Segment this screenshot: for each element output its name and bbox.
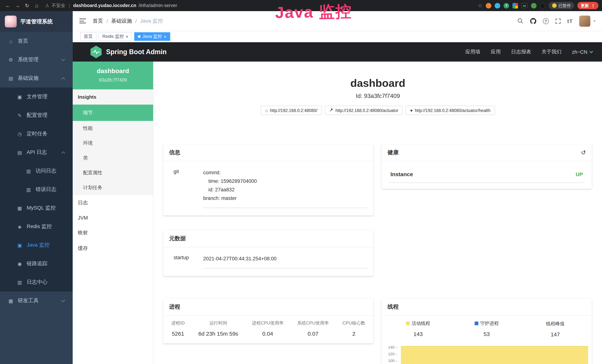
card-title: 线程 [387, 303, 399, 310]
paused-extension-badge[interactable]: 已暂停 [549, 2, 574, 9]
breadcrumb-infrastructure[interactable]: 基础设施 [111, 18, 132, 24]
github-icon[interactable] [530, 18, 537, 24]
access-log-icon: ▥ [25, 168, 32, 174]
sidebar-item-access-logs[interactable]: ▥ 访问日志 [0, 162, 73, 180]
sba-item-config-properties[interactable]: 配置属性 [73, 165, 153, 180]
history-icon[interactable]: ↺ [581, 149, 586, 156]
sidebar-item-label: 访问日志 [36, 168, 56, 174]
sidebar-item-label: Java 监控 [27, 242, 50, 248]
metric-label: CPU核心数 [343, 320, 365, 326]
sba-item-logs[interactable]: 日志 [73, 195, 153, 211]
sidebar-item-api-logs[interactable]: ▤ API 日志 [0, 143, 73, 162]
wrench-icon [329, 108, 333, 113]
update-button[interactable]: 更新 ⋮ [577, 2, 599, 9]
instance-label: Instance [390, 171, 413, 177]
blue-extension-icon[interactable] [495, 3, 500, 8]
close-icon[interactable]: × [164, 34, 166, 39]
on-badge-extension-icon[interactable]: on [521, 3, 528, 8]
info-value: commit: time: 1596289704000 id: 27aa832 … [203, 169, 367, 208]
sba-language-value: zh~CN [572, 49, 587, 55]
url-path: /infra/admin-server [139, 3, 177, 8]
refresh-icon[interactable]: ↻ [22, 1, 32, 11]
metric-value: 0.04 [252, 331, 284, 337]
sidebar-item-mysql-monitor[interactable]: ▦ MySQL 监控 [0, 199, 73, 217]
git-commit-line: commit: [203, 169, 367, 177]
process-metric-process-cpu: 进程CPU使用率 0.04 [252, 320, 284, 337]
fullscreen-icon[interactable] [555, 18, 561, 24]
forward-icon[interactable]: → [13, 1, 22, 11]
sidebar-item-label: 定时任务 [27, 130, 47, 137]
search-icon[interactable] [517, 18, 524, 24]
sba-item-classes[interactable]: 类 [73, 150, 153, 165]
sba-item-caches[interactable]: 缓存 [73, 241, 153, 256]
sidebar-item-infrastructure[interactable]: ▤ 基础设施 [0, 69, 73, 87]
sba-nav-wallboard[interactable]: 应用墙 [465, 49, 480, 55]
redis-icon: ◈ [16, 224, 23, 229]
service-url-link[interactable]: ⌂ http://192.168.0.2:48080/ [261, 106, 322, 115]
chevron-up-icon [61, 151, 65, 155]
avatar[interactable] [579, 15, 590, 27]
sidebar-item-config-management[interactable]: ✎ 配置管理 [0, 106, 73, 125]
process-metric-uptime: 运行时间 6d 23h 15m 59s [198, 320, 238, 337]
api-log-icon: ▤ [16, 150, 23, 155]
sba-instance-header[interactable]: dashboard 93a3fc7f7409 [73, 62, 153, 89]
breadcrumb-home[interactable]: 首页 [93, 18, 103, 24]
sba-nav-applications[interactable]: 应用 [491, 49, 501, 55]
health-url-link[interactable]: ♥ http://192.168.0.2:48080/actuator/heal… [406, 106, 495, 115]
help-icon[interactable]: ? [543, 18, 549, 24]
actuator-url-link[interactable]: http://192.168.0.2:48080/actuator [325, 106, 403, 115]
font-size-icon[interactable]: tT [567, 18, 573, 24]
sidebar-item-label: 基础设施 [18, 75, 39, 82]
tab-home[interactable]: 首页 [80, 32, 97, 41]
screen: Java 监控 ← → ↻ ⌂ ⚠ 不安全 | dashboard.yudao.… [0, 0, 602, 364]
sba-item-environment[interactable]: 环境 [73, 136, 153, 150]
browser-menu-kebab-icon[interactable]: ⋮ [591, 3, 595, 8]
back-icon[interactable]: ← [3, 1, 13, 11]
sidebar-item-label: API 日志 [27, 149, 47, 156]
close-icon[interactable]: × [126, 34, 128, 39]
info-row-git: git commit: time: 1596289704000 id: 27aa… [169, 167, 367, 210]
sba-item-performance[interactable]: 性能 [73, 121, 153, 136]
green-extension-icon[interactable]: Y [504, 3, 509, 8]
orange-extension-icon[interactable] [486, 3, 491, 8]
sba-item-details[interactable]: 细节 [73, 105, 153, 121]
avatar-caret-icon[interactable]: ▾ [594, 19, 595, 23]
sidebar-item-dev-tools[interactable]: ▩ 研发工具 [0, 291, 73, 310]
legend-label: 活动线程 [412, 320, 430, 327]
leaf-extension-icon[interactable] [531, 3, 537, 8]
sba-nav-journal[interactable]: 日志报表 [511, 49, 531, 55]
sidebar-item-error-logs[interactable]: ▥ 错误日志 [0, 180, 73, 199]
sidebar-item-scheduled-tasks[interactable]: ◷ 定时任务 [0, 125, 73, 143]
sba-brand-title[interactable]: Spring Boot Admin [106, 48, 167, 56]
bookmark-star-icon[interactable]: ☆ [478, 3, 483, 9]
grid-extension-icon[interactable] [512, 3, 518, 8]
sidebar-item-redis-monitor[interactable]: ◈ Redis 监控 [0, 217, 73, 236]
sidebar-item-label: Redis 监控 [27, 223, 52, 230]
sidebar-item-java-monitor[interactable]: ▣ Java 监控 [0, 236, 73, 254]
home-icon: ⌂ [265, 108, 268, 113]
info-key: git [169, 169, 203, 208]
dark-extension-icon[interactable] [540, 3, 546, 8]
sidebar-item-file-management[interactable]: ▣ 文件管理 [0, 87, 73, 106]
sba-item-scheduled-tasks[interactable]: 计划任务 [73, 180, 153, 195]
sba-language-select[interactable]: zh~CN [572, 49, 592, 55]
tab-java-monitor[interactable]: Java 监控 × [134, 32, 170, 41]
sba-item-mappings[interactable]: 映射 [73, 225, 153, 241]
sidebar-item-system-management[interactable]: ⚙ 系统管理 [0, 50, 73, 69]
sba-nav-about[interactable]: 关于我们 [542, 49, 562, 55]
hamburger-icon[interactable] [79, 19, 86, 23]
app-header: 首页 / 基础设施 / Java 监控 ? [73, 11, 602, 31]
chevron-down-icon [61, 298, 65, 302]
sba-item-jvm[interactable]: JVM [73, 211, 153, 225]
browser-home-icon[interactable]: ⌂ [32, 1, 42, 11]
sidebar-item-log-center[interactable]: ▥ 日志中心 [0, 273, 73, 291]
health-instance-row: Instance UP [389, 168, 584, 183]
sidebar-item-trace[interactable]: ◉ 链路追踪 [0, 254, 73, 273]
legend-live-threads: 活动线程 143 [384, 320, 452, 337]
address-bar[interactable]: ⚠ 不安全 | dashboard.yudao.iocoder.cn/infra… [45, 2, 177, 9]
app-title: 芋道管理系统 [20, 18, 53, 25]
chrome-toolbar: ☆ Y on 已暂停 更新 ⋮ [478, 2, 599, 9]
sidebar-item-label: 日志中心 [27, 279, 47, 286]
tab-redis-monitor[interactable]: Redis 监控 × [99, 32, 132, 41]
sidebar-item-home[interactable]: ⌂ 首页 [0, 32, 73, 50]
